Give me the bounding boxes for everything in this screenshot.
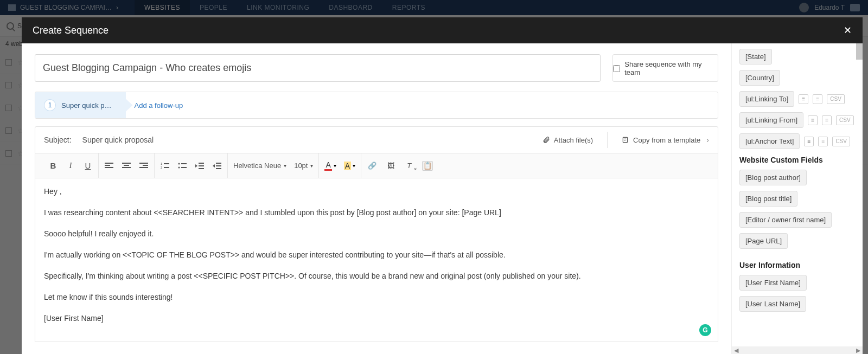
caret-down-icon: ▾: [353, 163, 355, 169]
paperclip-icon: [542, 136, 550, 144]
merge-tag-user-first[interactable]: [User First Name]: [739, 275, 807, 291]
csv-button[interactable]: CSV: [832, 137, 850, 146]
horizontal-scrollbar[interactable]: ◀▶: [732, 346, 863, 354]
bold-button[interactable]: B: [48, 159, 58, 172]
step-label: Super quick p…: [61, 101, 112, 110]
highlight-color-button[interactable]: A▾: [344, 162, 355, 170]
body-line: Specifically, I'm thinking about writing…: [44, 271, 709, 282]
close-icon[interactable]: ✕: [844, 25, 852, 35]
body-line: I was researching content about <<SEARCH…: [44, 207, 709, 218]
merge-tag-linking-to[interactable]: [ul:Linking To]: [739, 91, 794, 107]
merge-tag-country[interactable]: [Country]: [739, 70, 780, 86]
scroll-right-icon[interactable]: ▶: [854, 347, 863, 354]
merge-tag-page-url[interactable]: [Page URL]: [739, 233, 788, 249]
text-color-button[interactable]: A▾: [324, 160, 336, 171]
body-line: Hey ,: [44, 186, 709, 197]
subject-input[interactable]: Super quick proposal: [82, 136, 532, 144]
svg-point-3: [178, 163, 180, 164]
csv-button[interactable]: CSV: [827, 94, 845, 104]
align-left-button[interactable]: [104, 159, 114, 172]
website-fields-heading: Website Custom Fields: [739, 156, 855, 164]
outdent-button[interactable]: [195, 159, 205, 172]
svg-text:2: 2: [161, 166, 163, 169]
create-sequence-modal: Create Sequence ✕ Share sequence with my…: [22, 17, 863, 354]
share-checkbox[interactable]: [613, 65, 620, 72]
font-size-dropdown[interactable]: 10pt▾: [294, 162, 313, 170]
template-icon: [622, 136, 629, 144]
merge-tag-user-last[interactable]: [User Last Name]: [739, 296, 806, 312]
list-icon[interactable]: ≡: [804, 137, 814, 146]
merge-tag-state[interactable]: [State]: [739, 49, 772, 65]
csv-button[interactable]: CSV: [836, 115, 854, 125]
subject-row: Subject: Super quick proposal Attach fil…: [35, 126, 718, 153]
add-followup-button[interactable]: Add a follow-up: [126, 92, 197, 118]
modal-left-pane: Share sequence with my team 1 Super quic…: [22, 43, 731, 354]
share-sequence-checkbox[interactable]: Share sequence with my team: [612, 54, 718, 82]
font-family-dropdown[interactable]: Helvetica Neue▾: [233, 162, 286, 170]
body-line: Soooo helpful! I really enjoyed it.: [44, 228, 709, 240]
merge-tag-blog-title[interactable]: [Blog post title]: [739, 191, 797, 207]
add-followup-label: Add a follow-up: [135, 101, 183, 110]
italic-button[interactable]: I: [66, 159, 75, 172]
user-info-heading: User Information: [739, 261, 855, 269]
copy-from-template-button[interactable]: Copy from a template ›: [622, 136, 709, 144]
scroll-left-icon[interactable]: ◀: [732, 347, 741, 354]
chevron-right-icon: ›: [706, 136, 709, 144]
body-line: [User First Name]: [44, 313, 709, 324]
svg-text:1: 1: [161, 162, 163, 165]
scrollbar-thumb[interactable]: [856, 43, 863, 60]
subject-label: Subject:: [44, 136, 72, 144]
list-icon[interactable]: ≡: [808, 115, 818, 125]
caret-down-icon: ▾: [334, 163, 336, 169]
insert-link-button[interactable]: [367, 161, 378, 171]
step-1[interactable]: 1 Super quick p…: [35, 92, 126, 118]
modal-header: Create Sequence ✕: [22, 17, 863, 43]
share-label: Share sequence with my team: [624, 60, 718, 76]
caret-down-icon: ▾: [284, 163, 286, 169]
list-alt-icon[interactable]: ≡: [822, 115, 832, 125]
merge-tag-editor-name[interactable]: [Editor / owner first name]: [739, 212, 832, 228]
editor-toolbar: B I U 12 Helvetica Neue▾ 10pt▾: [35, 153, 718, 178]
clear-formatting-button[interactable]: [404, 161, 414, 171]
svg-point-4: [178, 166, 180, 168]
body-line: I'm actually working on <<TOPIC OF THE B…: [44, 249, 709, 261]
grammarly-icon[interactable]: G: [699, 324, 711, 336]
align-right-button[interactable]: [139, 159, 149, 172]
merge-tag-linking-from[interactable]: [ul:Linking From]: [739, 112, 803, 128]
ordered-list-button[interactable]: 12: [160, 159, 170, 172]
underline-button[interactable]: U: [83, 159, 93, 172]
step-number: 1: [44, 99, 56, 111]
modal-title: Create Sequence: [33, 25, 108, 36]
insert-image-button[interactable]: [385, 161, 396, 171]
list-icon[interactable]: ≡: [799, 94, 808, 104]
merge-tag-panel: [State] [Country] [ul:Linking To] ≡ ≡ CS…: [731, 43, 863, 354]
align-center-button[interactable]: [122, 159, 131, 172]
unordered-list-button[interactable]: [177, 159, 187, 172]
merge-tag-anchor-text[interactable]: [ul:Anchor Text]: [739, 133, 800, 149]
paste-button[interactable]: [422, 161, 433, 171]
list-alt-icon[interactable]: ≡: [818, 137, 828, 146]
merge-tag-blog-author[interactable]: [Blog post author]: [739, 170, 807, 185]
indent-button[interactable]: [212, 159, 222, 172]
email-body-editor[interactable]: Hey , I was researching content about <<…: [35, 178, 718, 342]
sequence-steps: 1 Super quick p… Add a follow-up: [35, 92, 718, 119]
attach-files-button[interactable]: Attach file(s): [542, 136, 593, 144]
body-line: Let me know if this sounds interesting!: [44, 292, 709, 303]
list-alt-icon[interactable]: ≡: [813, 94, 822, 104]
caret-down-icon: ▾: [310, 163, 313, 169]
sequence-name-input[interactable]: [35, 54, 601, 82]
